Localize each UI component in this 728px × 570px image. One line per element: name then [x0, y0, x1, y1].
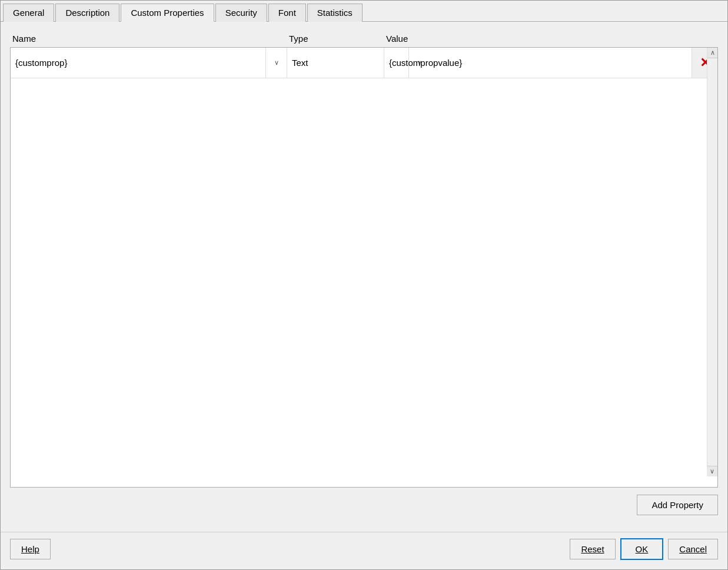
dialog: General Description Custom Properties Se…	[0, 0, 728, 570]
scrollbar-up-button[interactable]: ∧	[707, 48, 717, 58]
ok-button[interactable]: OK	[620, 538, 664, 560]
column-headers: Name Type Value	[10, 31, 718, 47]
help-button[interactable]: Help	[10, 539, 51, 559]
scrollbar-up-icon: ∧	[710, 49, 715, 57]
tab-security[interactable]: Security	[215, 4, 267, 22]
scrollbar-down-button[interactable]: ∨	[707, 466, 717, 476]
cancel-button[interactable]: Cancel	[668, 539, 718, 559]
name-cell: ∨	[11, 48, 287, 78]
content-area: Name Type Value ∨ ∨	[1, 22, 727, 532]
col-header-name: Name	[12, 34, 289, 44]
add-property-row: Add Property	[10, 488, 718, 522]
col-header-type: Type	[289, 34, 386, 44]
add-property-button[interactable]: Add Property	[637, 495, 718, 515]
scrollbar-track: ∧ ∨	[707, 48, 717, 476]
properties-table: ∨ ∨ ✕	[10, 47, 718, 488]
tab-font[interactable]: Font	[268, 4, 306, 22]
table-row: ∨ ∨ ✕	[11, 48, 717, 78]
reset-button[interactable]: Reset	[570, 539, 615, 559]
col-header-value: Value	[386, 34, 718, 44]
value-cell: ✕	[384, 48, 717, 78]
value-input[interactable]	[384, 48, 692, 78]
empty-table-area	[11, 78, 717, 487]
footer: Help Reset OK Cancel	[1, 532, 727, 569]
tab-description[interactable]: Description	[55, 4, 119, 22]
type-cell: ∨	[287, 48, 384, 78]
tab-custom-properties[interactable]: Custom Properties	[121, 4, 214, 22]
name-chevron-button[interactable]: ∨	[265, 48, 287, 78]
scrollbar-down-icon: ∨	[710, 468, 714, 475]
name-input[interactable]	[11, 48, 265, 78]
scrollbar-thumb-area[interactable]	[707, 58, 717, 476]
tab-general[interactable]: General	[3, 4, 54, 22]
chevron-down-icon: ∨	[274, 59, 279, 67]
tab-bar: General Description Custom Properties Se…	[1, 1, 727, 22]
tab-statistics[interactable]: Statistics	[307, 4, 363, 22]
